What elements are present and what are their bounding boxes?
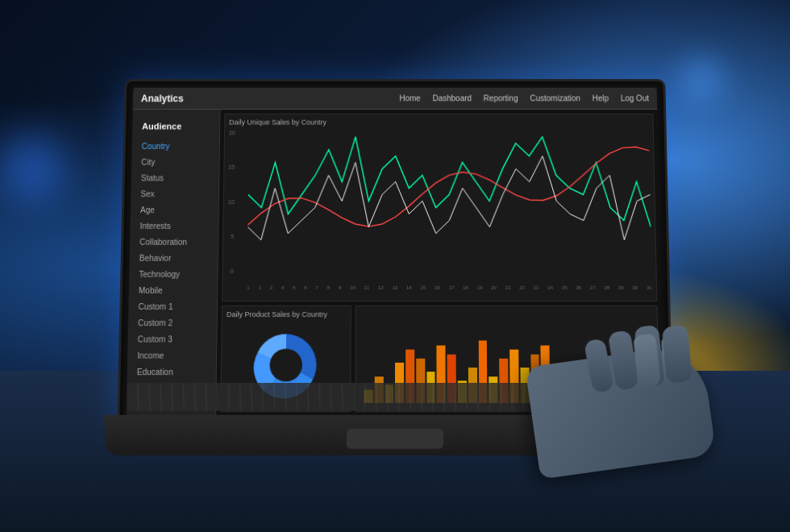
bar-dark-5 [318,173,319,274]
bar-group-19 [494,130,508,273]
app-title: Analytics [141,93,184,104]
bar-wrapper-4 [306,130,306,273]
bar-group-24 [559,130,574,273]
bar-group-0 [247,130,261,273]
y-label-0: 0 [230,268,233,274]
sidebar-item-behavior[interactable]: Behavior [130,251,218,267]
bar-wrapper-14 [436,130,437,273]
bar-group-11 [391,130,403,273]
x-label-14: 15 [421,285,426,290]
touchpad [347,429,443,449]
bar-light-0 [253,231,254,274]
sidebar-item-status[interactable]: Status [131,171,219,187]
bar-light-30 [644,194,646,274]
sidebar-item-custom-3[interactable]: Custom 3 [127,331,216,347]
x-label-28: 29 [618,285,624,290]
bar-wrapper-7 [345,130,346,273]
bar-group-6 [326,130,339,273]
bar-wrapper-6 [332,130,333,273]
bar-wrapper-25 [578,130,580,273]
x-label-25: 26 [576,285,581,290]
bar-light-20 [514,166,514,274]
top-chart-section: Daily Unique Sales by Country 0 5 10 15 … [222,114,657,301]
x-label-3: 4 [281,285,284,290]
sidebar-item-education[interactable]: Education [127,364,215,380]
x-label-15: 16 [434,285,440,290]
bar-wrapper-21 [526,130,528,273]
x-label-8: 9 [339,285,341,290]
bar-dark-21 [526,152,528,274]
x-label-10: 11 [364,285,369,290]
x-label-18: 19 [477,285,483,290]
bar-light-25 [580,223,580,274]
bar-group-20 [507,130,521,273]
bar-group-3 [286,130,300,273]
sidebar-item-city[interactable]: City [131,155,219,171]
bar-light-23 [553,202,554,274]
nav-item-dashboard[interactable]: Dashboard [433,94,472,103]
sidebar-item-interests[interactable]: Interests [130,218,218,235]
sidebar-section-title: Audience [132,118,219,135]
nav-item-help[interactable]: Help [592,94,609,103]
x-label-23: 24 [547,285,553,290]
bar-dark-29 [630,180,632,273]
x-label-16: 17 [449,285,455,290]
y-label-10: 10 [228,199,235,205]
bottom-chart-title: Daily Product Sales by Country [227,310,347,318]
x-label-19: 20 [491,285,497,290]
x-label-29: 30 [632,285,638,290]
x-label-24: 25 [562,285,568,290]
x-label-1: 2 [259,285,261,290]
x-label-6: 7 [315,285,318,290]
bars-container [247,130,652,273]
bar-dark-16 [462,159,463,274]
bar-group-18 [481,130,494,273]
x-label-0: 1 [247,285,249,290]
x-label-12: 13 [393,285,398,290]
sidebar-item-technology[interactable]: Technology [129,267,218,283]
bar-group-1 [260,130,274,273]
nav-item-customization[interactable]: Customization [530,94,580,103]
sidebar-item-custom-2[interactable]: Custom 2 [128,315,217,331]
bar-group-30 [637,130,652,273]
bar-dark-27 [605,209,606,274]
bar-light-19 [501,194,502,274]
bar-dark-2 [280,159,281,274]
sidebar-item-collaboration[interactable]: Collaboration [130,235,218,251]
bar-light-24 [567,216,568,274]
sidebar-item-sex[interactable]: Sex [131,186,218,202]
bar-dark-23 [553,173,555,274]
y-label-5: 5 [231,234,234,239]
sidebar: Audience CountryCityStatusSexAgeInterest… [127,110,221,416]
bar-dark-1 [266,209,267,274]
bar-light-28 [619,245,620,274]
nav-item-log-out[interactable]: Log Out [621,94,649,103]
bar-dark-0 [253,194,254,274]
nav-item-home[interactable]: Home [399,94,420,103]
x-label-27: 28 [604,285,609,290]
bar-wrapper-8 [358,130,359,273]
bar-wrapper-2 [280,130,281,273]
bar-wrapper-18 [488,130,489,273]
sidebar-item-income[interactable]: Income [127,348,216,364]
bar-group-15 [443,130,455,273]
sidebar-item-mobile[interactable]: Mobile [129,283,218,299]
bar-dark-8 [358,130,359,273]
bar-wrapper-30 [642,130,646,273]
y-label-20: 20 [229,130,235,135]
sidebar-item-age[interactable]: Age [131,202,218,218]
bar-group-27 [598,130,613,273]
x-label-2: 3 [270,285,272,290]
bar-dark-4 [306,194,306,274]
x-axis: 1234567891011121314151617181920212223242… [247,285,652,290]
sidebar-item-custom-1[interactable]: Custom 1 [128,299,217,315]
bar-wrapper-26 [591,130,593,273]
bar-wrapper-0 [253,130,255,273]
sidebar-item-country[interactable]: Country [132,139,219,155]
bar-wrapper-20 [514,130,515,273]
bar-wrapper-3 [293,130,293,273]
y-axis: 0 5 10 15 20 [227,130,238,273]
bar-group-17 [468,130,481,273]
nav-item-reporting[interactable]: Reporting [484,94,518,103]
bar-wrapper-27 [604,130,606,273]
